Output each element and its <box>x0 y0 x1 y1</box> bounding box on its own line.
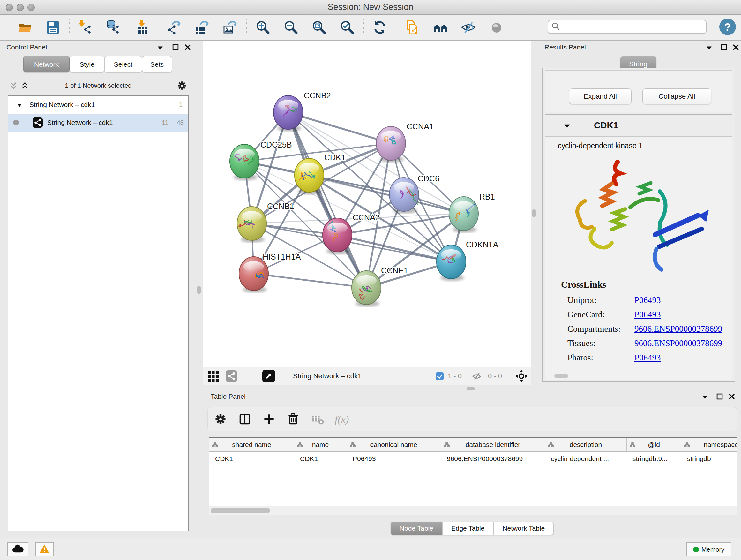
collection-label: String Network – cdk1 <box>29 96 95 114</box>
network-collection-row[interactable]: String Network – cdk1 1 <box>8 96 188 114</box>
tab-network[interactable]: Network <box>23 56 70 72</box>
column-header-databaseidentifier[interactable]: database identifier <box>441 438 545 451</box>
network-edge-CCNB2-CCNA1[interactable] <box>288 112 391 143</box>
table-row[interactable]: CDK1CDK1P064939606.ENSP00000378699cyclin… <box>209 452 737 466</box>
crosslink-link[interactable]: P06493 <box>634 310 661 320</box>
zoom-fit-icon[interactable] <box>312 20 327 35</box>
cdk1-collapse-triangle-icon[interactable] <box>563 123 571 129</box>
network-node-CCNE1[interactable]: CCNE1 <box>352 266 408 307</box>
save-session-icon[interactable] <box>45 20 61 35</box>
export-image-icon[interactable] <box>223 20 238 35</box>
warnings-button[interactable] <box>35 543 54 557</box>
right-splitter-handle[interactable] <box>532 209 536 217</box>
cloud-button[interactable] <box>7 543 28 557</box>
export-network-icon[interactable] <box>166 20 182 35</box>
network-node-CDC6[interactable]: CDC6 <box>389 174 440 213</box>
first-neighbors-icon[interactable] <box>433 20 448 35</box>
table-settings-gear-icon[interactable] <box>213 412 227 426</box>
column-header-name[interactable]: name <box>294 438 347 451</box>
hide-selected-icon[interactable] <box>461 20 476 35</box>
refresh-icon[interactable] <box>372 20 387 35</box>
search-input[interactable] <box>562 22 706 31</box>
expand-all-button[interactable]: Expand All <box>569 88 631 105</box>
selected-checkbox-icon[interactable] <box>435 372 444 380</box>
network-edge-CCNB2-CCNE1[interactable] <box>288 112 366 288</box>
zoom-selected-icon[interactable] <box>340 20 355 35</box>
tab-edge-table[interactable]: Edge Table <box>442 522 494 535</box>
column-header-sharedname[interactable]: shared name <box>209 438 294 451</box>
results-hscroll-thumb[interactable] <box>554 374 568 378</box>
open-session-icon[interactable] <box>17 20 32 35</box>
zoom-out-icon[interactable] <box>283 20 299 35</box>
memory-button[interactable]: Memory <box>686 543 731 557</box>
crosslink-label: Compartments: <box>567 324 634 334</box>
bottom-splitter-handle[interactable] <box>467 387 475 390</box>
tab-select[interactable]: Select <box>105 56 142 72</box>
network-row-selected[interactable]: String Network – cdk1 11 48 <box>8 114 188 132</box>
tab-sets[interactable]: Sets <box>142 56 172 72</box>
collection-expand-triangle-icon[interactable] <box>16 103 23 108</box>
network-view-title: String Network – cdk1 <box>293 367 361 385</box>
network-edge-CDK1-RB1[interactable] <box>309 175 464 213</box>
network-edge-CCNA2-CDKN1A[interactable] <box>337 235 451 262</box>
delete-column-trash-icon[interactable] <box>286 412 300 426</box>
help-button[interactable]: ? <box>719 18 736 35</box>
control-panel-tabs: NetworkStyleSelectSets <box>23 56 172 72</box>
collection-count: 1 <box>179 96 183 114</box>
tab-network-table[interactable]: Network Table <box>493 522 554 535</box>
control-panel-close-icon[interactable] <box>185 44 191 51</box>
show-columns-icon[interactable] <box>238 412 252 426</box>
collapse-all-networks-icon[interactable] <box>10 82 17 89</box>
add-column-icon[interactable] <box>262 412 276 426</box>
network-edge-HIST1H1A-CCNE1[interactable] <box>254 273 366 288</box>
clone-network-icon[interactable] <box>405 20 420 35</box>
share-network-gray-icon[interactable] <box>226 370 237 382</box>
birdseye-view-icon[interactable] <box>208 371 219 382</box>
table-panel-collapse-icon[interactable] <box>702 395 708 400</box>
collapse-all-button[interactable]: Collapse All <box>643 88 711 105</box>
fit-content-crosshair-icon[interactable] <box>515 370 528 382</box>
column-header-description[interactable]: description <box>545 438 627 451</box>
open-in-new-window-icon[interactable] <box>262 370 275 382</box>
toolbar-separator <box>396 18 396 37</box>
import-network-file-icon[interactable] <box>78 20 93 35</box>
crosslink-link[interactable]: P06493 <box>634 353 661 363</box>
network-canvas[interactable]: CCNB2 CCNA1 CDC25B CDK1 CDC6 RB1 CCNB1 <box>203 41 531 367</box>
results-panel-close-icon[interactable] <box>733 44 739 51</box>
hidden-eye-slash-icon[interactable] <box>472 372 482 381</box>
crosslink-link[interactable]: P06493 <box>634 295 661 305</box>
export-table-icon[interactable] <box>195 20 210 35</box>
import-network-database-icon[interactable] <box>106 20 121 35</box>
tab-node-table[interactable]: Node Table <box>391 522 442 535</box>
network-node-HIST1H1A[interactable]: HIST1H1A <box>239 252 301 293</box>
control-panel-collapse-icon[interactable] <box>157 45 163 51</box>
network-node-RB1[interactable]: RB1 <box>449 192 495 233</box>
network-node-CDKN1A[interactable]: CDKN1A <box>436 240 498 281</box>
crosslink-link[interactable]: 9606.ENSP00000378699 <box>634 338 722 348</box>
expand-all-networks-icon[interactable] <box>21 82 29 89</box>
control-panel-float-icon[interactable] <box>172 44 179 51</box>
table-cell: CDK1 <box>209 452 294 466</box>
cdk1-card-header[interactable]: CDK1 <box>545 115 732 137</box>
column-header-id[interactable]: @id <box>627 438 681 451</box>
table-panel-float-icon[interactable] <box>717 393 723 400</box>
network-node-label: CCNE1 <box>381 266 408 275</box>
crosslink-link[interactable]: 9606.ENSP00000378699 <box>634 324 722 334</box>
window-titlebar: Session: New Session <box>0 0 741 15</box>
crosslink-label: Tissues: <box>567 338 634 348</box>
cdk1-name: CDK1 <box>594 115 618 136</box>
show-all-icon[interactable] <box>489 20 504 35</box>
cdk1-result-card: CDK1 cyclin-dependent kinase 1 <box>545 114 732 380</box>
import-table-icon[interactable] <box>134 20 149 35</box>
results-panel-float-icon[interactable] <box>721 44 727 51</box>
table-hscroll-thumb[interactable] <box>211 508 270 513</box>
table-panel-close-icon[interactable] <box>729 393 735 400</box>
results-panel-collapse-icon[interactable] <box>706 45 712 51</box>
tab-style[interactable]: Style <box>70 56 105 72</box>
network-list: String Network – cdk1 1 String Network –… <box>8 95 189 531</box>
zoom-in-icon[interactable] <box>255 20 271 35</box>
column-header-canonicalname[interactable]: canonical name <box>347 438 441 451</box>
left-splitter-handle[interactable] <box>197 286 201 294</box>
column-header-namespace[interactable]: namespace <box>681 438 737 451</box>
network-options-gear-icon[interactable] <box>176 80 188 91</box>
